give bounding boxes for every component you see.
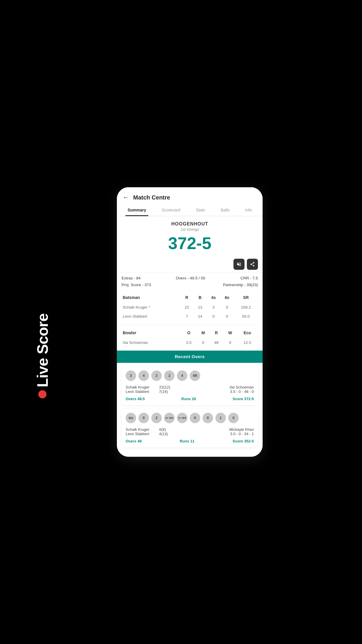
tab-summary[interactable]: Summary <box>125 204 149 216</box>
ball-2-3: 2 <box>151 413 162 423</box>
over-card-2-footer: Overs 49 Runs 11 Score 352-5 <box>126 439 254 443</box>
over-card-1-batsman-1: Schalk Kruger 22(12) <box>126 385 170 389</box>
ball-2-5: 1+ Wd <box>177 413 187 423</box>
over-card-2-bowler: Mickayle Khan 3.0 - 0 - 34 - 1 <box>229 427 254 436</box>
over-card-1: 3 4 2 2 4 4N Schalk Kruger 22(12) Leon S… <box>122 366 258 405</box>
live-dot <box>38 390 47 398</box>
batsman-2-b: 14 <box>194 312 207 321</box>
bowler-1-name: Sw Schoeman <box>122 338 180 347</box>
innings-label: 1st Innings <box>123 227 257 232</box>
ball-2-4: 4+ Wd <box>164 413 175 423</box>
batsman-1-b: 13 <box>194 303 207 312</box>
overs-stat: Overs - 49.5 / 50 <box>176 276 205 280</box>
tab-info[interactable]: Info <box>243 204 254 216</box>
batsman-2-4s: 0 <box>207 312 220 321</box>
batsman-2-r: 7 <box>180 312 194 321</box>
proj-score-stat: Proj. Score - 373 <box>122 283 151 287</box>
bowling-col-m: M <box>197 328 209 338</box>
stats-bar: Extras - 84 Overs - 49.5 / 50 CRR - 7.5 … <box>117 272 263 292</box>
over-card-2-batsmen: Schalk Kruger 6(8) Leon Slabbert 4(13) <box>126 427 168 436</box>
ball-1-6: 4N <box>190 370 200 381</box>
bowler-1-w: 0 <box>224 338 237 347</box>
main-score: 372-5 <box>123 233 257 253</box>
recent-overs-title: Recent Overs <box>175 354 205 359</box>
bowling-col-bowler: Bowler <box>122 328 180 338</box>
tab-scorecard[interactable]: Scorecard <box>159 204 183 216</box>
batting-row-1: Schalk Kruger * 22 13 3 0 169.2 <box>122 303 258 312</box>
batsman-1-r: 22 <box>180 303 194 312</box>
extras-stat: Extras - 84 <box>122 276 140 280</box>
ball-1-2: 4 <box>138 370 149 381</box>
page-title: Match Centre <box>133 194 170 201</box>
team-name: HOOGENHOUT <box>123 221 257 227</box>
batting-col-r: R <box>180 292 194 303</box>
bowling-table: Bowler O M R W Eco Sw Schoeman 3.5 0 48 <box>122 328 258 347</box>
ball-2-1: Wd <box>126 413 136 423</box>
batting-col-batsman: Batsman <box>122 292 180 303</box>
over-card-2-batsman-2: Leon Slabbert 4(13) <box>126 432 168 436</box>
ball-1-5: 4 <box>177 370 187 381</box>
share-button[interactable] <box>247 259 258 270</box>
share-icon <box>250 262 255 267</box>
ball-2-2: 0 <box>138 413 149 423</box>
ball-2-8: 1 <box>215 413 226 423</box>
score-section: HOOGENHOUT 1st Innings 372-5 <box>117 216 263 259</box>
mute-button[interactable] <box>233 259 245 270</box>
stats-row-2: Proj. Score - 373 Partnership - 39(23) <box>122 281 258 288</box>
batsman-1-sr: 169.2 <box>234 303 258 312</box>
live-score-text: Live Score <box>34 314 51 387</box>
ball-1-1: 3 <box>126 370 136 381</box>
ball-2-7: 0 <box>203 413 213 423</box>
over-card-2: Wd 0 2 4+ Wd 1+ Wd 0 0 1 0 Schalk Kruger… <box>122 409 258 447</box>
bowling-section: Bowler O M R W Eco Sw Schoeman 3.5 0 48 <box>117 328 263 351</box>
over-card-1-batsmen: Schalk Kruger 22(12) Leon Slabbert 7(14) <box>126 385 170 394</box>
over-card-1-footer: Overs 49.5 Runs 20 Score 372-5 <box>126 397 254 401</box>
bowling-row-1: Sw Schoeman 3.5 0 48 0 12.5 <box>122 338 258 347</box>
batsman-1-name: Schalk Kruger * <box>122 303 180 312</box>
ball-2-9: 0 <box>228 413 239 423</box>
mute-icon <box>236 262 242 267</box>
batting-row-2: Leon Slabbert 7 14 0 0 50.0 <box>122 312 258 321</box>
app-content: ← Match Centre Summary Scorecard Stats B… <box>117 187 263 457</box>
over-card-2-details: Schalk Kruger 6(8) Leon Slabbert 4(13) M… <box>126 427 254 436</box>
batting-col-b: B <box>194 292 207 303</box>
batsman-1-6s: 0 <box>220 303 234 312</box>
ball-1-4: 2 <box>164 370 175 381</box>
over-card-1-score: Score 372-5 <box>233 397 254 401</box>
batsman-1-4s: 3 <box>207 303 220 312</box>
back-button[interactable]: ← <box>123 194 129 201</box>
over-card-2-runs: Runs 11 <box>180 439 195 443</box>
live-score-watermark: Live Score <box>34 314 51 398</box>
bowling-col-o: O <box>180 328 197 338</box>
divider-batting-bowling <box>117 325 263 325</box>
ball-1-3: 2 <box>151 370 162 381</box>
bowler-1-r: 48 <box>209 338 224 347</box>
ball-2-6: 0 <box>190 413 200 423</box>
batting-col-sr: SR <box>234 292 258 303</box>
phone-container: ← Match Centre Summary Scorecard Stats B… <box>117 187 263 457</box>
over-card-2-score: Score 352-5 <box>233 439 254 443</box>
balls-row-2: Wd 0 2 4+ Wd 1+ Wd 0 0 1 0 <box>126 413 254 423</box>
recent-overs-header: Recent Overs <box>117 351 263 363</box>
partnership-stat: Partnership - 39(23) <box>223 283 258 287</box>
batsman-2-sr: 50.0 <box>234 312 258 321</box>
over-card-1-details: Schalk Kruger 22(12) Leon Slabbert 7(14)… <box>126 385 254 394</box>
bowler-1-o: 3.5 <box>180 338 197 347</box>
bowling-col-eco: Eco <box>237 328 258 338</box>
crr-stat: CRR - 7.5 <box>240 276 258 280</box>
batsman-2-6s: 0 <box>220 312 234 321</box>
over-card-1-batsman-2: Leon Slabbert 7(14) <box>126 389 170 394</box>
tab-bar: Summary Scorecard Stats Balls Info <box>117 204 263 216</box>
bowling-col-r: R <box>209 328 224 338</box>
batting-table: Batsman R B 4s 6s SR Schalk Kruger * 22 … <box>122 292 258 321</box>
tab-balls[interactable]: Balls <box>218 204 232 216</box>
over-card-1-runs: Runs 20 <box>181 397 196 401</box>
over-card-2-batsman-1: Schalk Kruger 6(8) <box>126 427 168 432</box>
header: ← Match Centre <box>117 187 263 204</box>
stats-row-1: Extras - 84 Overs - 49.5 / 50 CRR - 7.5 <box>122 275 258 281</box>
tab-stats[interactable]: Stats <box>194 204 208 216</box>
bowling-col-w: W <box>224 328 237 338</box>
batting-section: Batsman R B 4s 6s SR Schalk Kruger * 22 … <box>117 292 263 324</box>
balls-row-1: 3 4 2 2 4 4N <box>126 370 254 381</box>
batting-col-6s: 6s <box>220 292 234 303</box>
